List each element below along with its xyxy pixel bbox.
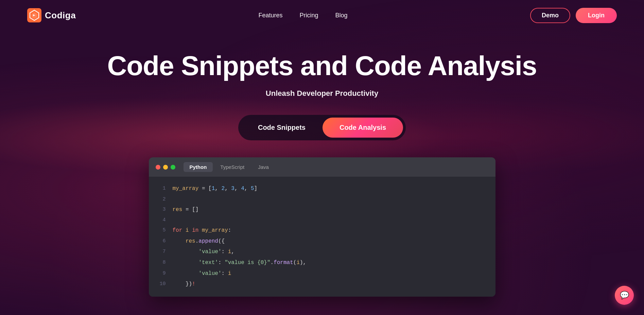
login-button[interactable]: Login	[576, 8, 617, 23]
window-minimize-dot	[163, 165, 168, 170]
nav-links: Features Pricing Blog	[259, 12, 348, 19]
logo[interactable]: Codiga	[27, 8, 76, 22]
hero-subtitle: Unleash Developer Productivity	[7, 89, 637, 98]
brand-name: Codiga	[45, 10, 76, 21]
cta-buttons: Code Snippets Code Analysis	[238, 115, 406, 140]
tab-python[interactable]: Python	[184, 162, 213, 172]
code-line-4: 4	[149, 215, 495, 225]
code-line-9: 9 'value': i	[149, 268, 495, 279]
code-line-1: 1 my_array = [1, 2, 3, 4, 5]	[149, 183, 495, 194]
hero-title: Code Snippets and Code Analysis	[7, 51, 637, 81]
nav-buttons: Demo Login	[530, 8, 617, 23]
chat-button[interactable]: 💬	[615, 286, 634, 305]
code-tabs: Python TypeScript Java	[184, 162, 275, 172]
code-snippets-button[interactable]: Code Snippets	[241, 118, 323, 138]
window-controls	[156, 165, 175, 170]
nav-pricing[interactable]: Pricing	[300, 12, 318, 19]
code-line-7: 7 'value': i,	[149, 247, 495, 258]
logo-icon	[27, 8, 41, 22]
hero-section: Code Snippets and Code Analysis Unleash …	[0, 31, 644, 310]
code-line-3: 3 res = []	[149, 205, 495, 215]
tab-java[interactable]: Java	[252, 162, 275, 172]
code-titlebar: Python TypeScript Java	[149, 157, 495, 177]
navbar: Codiga Features Pricing Blog Demo Login	[0, 0, 644, 31]
nav-blog[interactable]: Blog	[335, 12, 348, 19]
nav-features[interactable]: Features	[259, 12, 283, 19]
code-analysis-button[interactable]: Code Analysis	[323, 118, 403, 138]
tab-typescript[interactable]: TypeScript	[214, 162, 250, 172]
code-line-10: 10 })!	[149, 279, 495, 290]
window-maximize-dot	[171, 165, 175, 170]
chat-icon: 💬	[620, 291, 629, 300]
window-close-dot	[156, 165, 160, 170]
demo-button[interactable]: Demo	[530, 8, 570, 23]
code-line-6: 6 res.append({	[149, 236, 495, 247]
code-line-8: 8 'text': "value is {0}".format(i),	[149, 258, 495, 268]
code-line-5: 5 for i in my_array:	[149, 225, 495, 236]
code-window: Python TypeScript Java 1 my_array = [1, …	[149, 157, 495, 297]
code-line-2: 2	[149, 194, 495, 205]
code-body: 1 my_array = [1, 2, 3, 4, 5] 2 3 res = […	[149, 177, 495, 297]
